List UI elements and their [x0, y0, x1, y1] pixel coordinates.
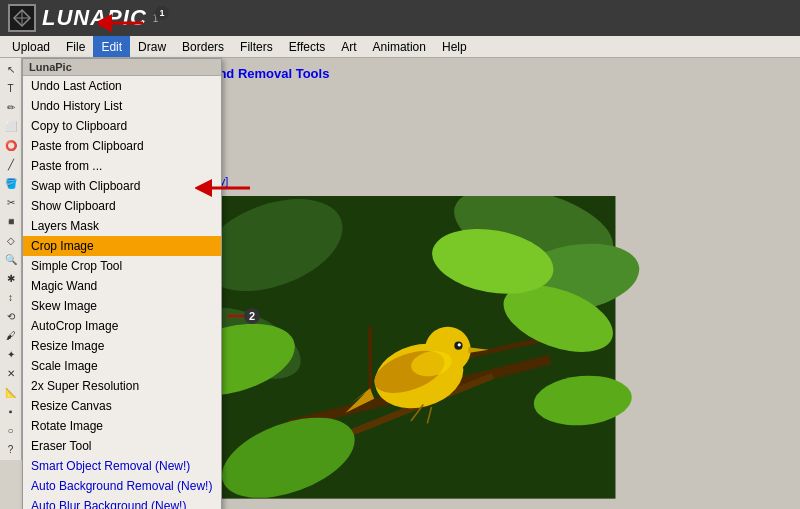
tool-move[interactable]: ↕ [2, 288, 20, 306]
tool-select[interactable]: ↖ [2, 60, 20, 78]
tool-text[interactable]: T [2, 79, 20, 97]
dropdown-header: LunaPic [23, 59, 221, 76]
tool-zoom[interactable]: 🔍 [2, 250, 20, 268]
tool-help[interactable]: ? [2, 440, 20, 458]
tool-close[interactable]: ✕ [2, 364, 20, 382]
tool-brush[interactable]: 🖌 [2, 326, 20, 344]
menu-eraser-tool[interactable]: Eraser Tool [23, 436, 221, 456]
edit-dropdown-menu: LunaPic Undo Last Action Undo History Li… [22, 58, 222, 509]
badge-1: 1 [155, 6, 169, 20]
menu-file[interactable]: File [58, 36, 93, 57]
main-area: ↖ T ✏ ⬜ ⭕ ╱ 🪣 ✂ ◾ ◇ 🔍 ✱ ↕ ⟲ 🖌 ✦ ✕ 📐 ▪ ○ … [0, 58, 800, 509]
menu-scale-image[interactable]: Scale Image [23, 356, 221, 376]
tool-sparkle[interactable]: ✦ [2, 345, 20, 363]
tool-rotate[interactable]: ⟲ [2, 307, 20, 325]
logo-text: LUNAPIC [42, 5, 147, 31]
menu-skew-image[interactable]: Skew Image [23, 296, 221, 316]
menu-animation[interactable]: Animation [365, 36, 434, 57]
menu-upload[interactable]: Upload [4, 36, 58, 57]
menu-layers-mask[interactable]: Layers Mask [23, 216, 221, 236]
tool-pencil[interactable]: ✏ [2, 98, 20, 116]
menu-show-clipboard[interactable]: Show Clipboard [23, 196, 221, 216]
logo-area: LUNAPIC1 [8, 4, 158, 32]
tool-square2[interactable]: ▪ [2, 402, 20, 420]
menu-swap-clipboard[interactable]: Swap with Clipboard [23, 176, 221, 196]
menu-smart-object-removal[interactable]: Smart Object Removal (New!) [23, 456, 221, 476]
tool-diamond[interactable]: ◇ [2, 231, 20, 249]
menubar: Upload File Edit Draw Borders Filters Ef… [0, 36, 800, 58]
tool-shape[interactable]: ◾ [2, 212, 20, 230]
menu-help[interactable]: Help [434, 36, 475, 57]
tool-circle[interactable]: ⭕ [2, 136, 20, 154]
menu-art[interactable]: Art [333, 36, 364, 57]
menu-magic-wand[interactable]: Magic Wand [23, 276, 221, 296]
menu-resize-canvas[interactable]: Resize Canvas [23, 396, 221, 416]
menu-rotate-image[interactable]: Rotate Image [23, 416, 221, 436]
menu-autocrop-image[interactable]: AutoCrop Image [23, 316, 221, 336]
menu-copy-clipboard[interactable]: Copy to Clipboard [23, 116, 221, 136]
menu-undo-history[interactable]: Undo History List [23, 96, 221, 116]
menu-filters[interactable]: Filters [232, 36, 281, 57]
toolbar-dropdown-container: ↖ T ✏ ⬜ ⭕ ╱ 🪣 ✂ ◾ ◇ 🔍 ✱ ↕ ⟲ 🖌 ✦ ✕ 📐 ▪ ○ … [0, 58, 22, 509]
tool-ellipse[interactable]: ○ [2, 421, 20, 439]
tool-crop[interactable]: ✂ [2, 193, 20, 211]
menu-super-resolution[interactable]: 2x Super Resolution [23, 376, 221, 396]
app-header: LUNAPIC1 [0, 0, 800, 36]
menu-undo-last[interactable]: Undo Last Action [23, 76, 221, 96]
left-toolbar: ↖ T ✏ ⬜ ⭕ ╱ 🪣 ✂ ◾ ◇ 🔍 ✱ ↕ ⟲ 🖌 ✦ ✕ 📐 ▪ ○ … [0, 58, 22, 460]
menu-paste-clipboard[interactable]: Paste from Clipboard [23, 136, 221, 156]
logo-box [8, 4, 36, 32]
tool-rectangle[interactable]: ⬜ [2, 117, 20, 135]
menu-simple-crop[interactable]: Simple Crop Tool [23, 256, 221, 276]
menu-resize-image[interactable]: Resize Image [23, 336, 221, 356]
tool-fill[interactable]: 🪣 [2, 174, 20, 192]
menu-auto-blur-bg[interactable]: Auto Blur Background (New!) [23, 496, 221, 509]
menu-effects[interactable]: Effects [281, 36, 333, 57]
menu-crop-image[interactable]: Crop Image [23, 236, 221, 256]
menu-edit[interactable]: Edit [93, 36, 130, 57]
menu-paste-from[interactable]: Paste from ... [23, 156, 221, 176]
tool-line[interactable]: ╱ [2, 155, 20, 173]
menu-draw[interactable]: Draw [130, 36, 174, 57]
menu-borders[interactable]: Borders [174, 36, 232, 57]
svg-point-21 [458, 344, 461, 347]
tool-star[interactable]: ✱ [2, 269, 20, 287]
menu-auto-bg-removal[interactable]: Auto Background Removal (New!) [23, 476, 221, 496]
tool-ruler[interactable]: 📐 [2, 383, 20, 401]
